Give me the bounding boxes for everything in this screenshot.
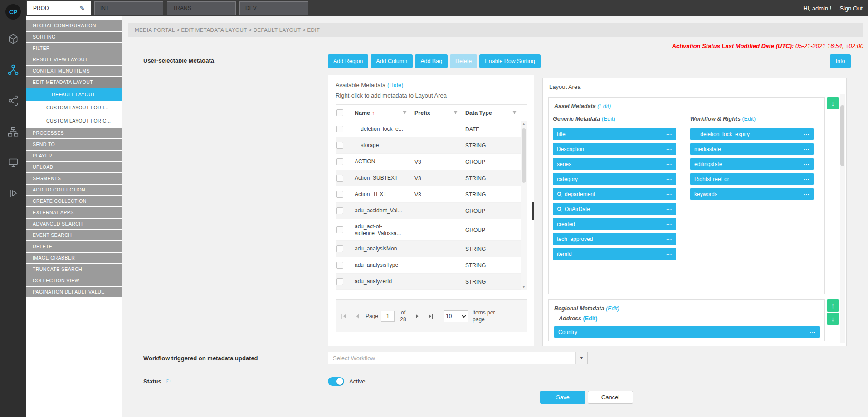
metadata-chip[interactable]: OnAirDate ...: [553, 203, 676, 215]
delete-button[interactable]: Delete: [450, 54, 477, 68]
sidebar-item-image-grabber[interactable]: IMAGE GRABBER: [26, 253, 122, 263]
chip-handle-icon[interactable]: ...: [666, 145, 672, 151]
metadata-chip[interactable]: tech_approved ...: [553, 233, 676, 245]
sidebar-item-external-apps[interactable]: EXTERNAL APPS: [26, 207, 122, 218]
chip-handle-icon[interactable]: ...: [666, 190, 672, 196]
rail-button-share[interactable]: [6, 95, 20, 107]
sidebar-item-segments[interactable]: SEGMENTS: [26, 173, 122, 184]
sidebar-item-result-view-layout[interactable]: RESULT VIEW LAYOUT: [26, 54, 122, 65]
table-row[interactable]: Action_TEXT V3 STRING: [336, 186, 521, 203]
row-checkbox[interactable]: [336, 158, 343, 165]
sidebar-item-player[interactable]: PLAYER: [26, 151, 122, 161]
chip-handle-icon[interactable]: ...: [810, 328, 816, 334]
sidebar-item-filter[interactable]: FILTER: [26, 43, 122, 54]
chip-handle-icon[interactable]: ...: [804, 160, 809, 166]
regional-metadata-edit-link[interactable]: (Edit): [606, 305, 619, 312]
metadata-chip[interactable]: mediastate ...: [690, 143, 814, 155]
metadata-chip[interactable]: created ...: [553, 218, 676, 230]
env-tab-trans[interactable]: TRANS: [167, 1, 236, 15]
table-row[interactable]: ACTION V3 GROUP: [336, 154, 521, 170]
filter-funnel-icon[interactable]: [402, 110, 407, 115]
metadata-chip[interactable]: itemId ...: [553, 248, 676, 260]
metadata-chip[interactable]: keywords ...: [690, 188, 814, 200]
move-region-up-button[interactable]: ↑: [827, 299, 839, 312]
sidebar-item-send-to[interactable]: SEND TO: [26, 139, 122, 150]
sidebar-item-truncate-search[interactable]: TRUNCATE SEARCH: [26, 264, 122, 275]
table-row[interactable]: adu_analysisMon... STRING: [336, 241, 521, 257]
row-checkbox[interactable]: [336, 207, 343, 214]
sidebar-item-sorting[interactable]: SORTING: [26, 32, 122, 42]
move-region-down-button[interactable]: ↓: [827, 313, 839, 325]
chip-handle-icon[interactable]: ...: [666, 220, 672, 226]
table-row[interactable]: __deletion_lock_e... DATE: [336, 121, 521, 137]
metadata-chip[interactable]: RightsFreeFor ...: [690, 173, 814, 185]
metadata-chip[interactable]: Country ...: [554, 326, 820, 338]
add-column-button[interactable]: Add Column: [371, 54, 413, 68]
scroll-down-icon[interactable]: ▼: [521, 285, 527, 290]
chip-handle-icon[interactable]: ...: [666, 205, 672, 211]
dropdown-arrow-button[interactable]: ▼: [575, 352, 587, 364]
table-row[interactable]: adu_accident_Val... GROUP: [336, 203, 521, 219]
metadata-chip[interactable]: Description ...: [553, 143, 676, 155]
panel-resize-handle[interactable]: [532, 202, 534, 220]
row-checkbox[interactable]: [336, 262, 343, 269]
hide-link[interactable]: (Hide): [387, 82, 403, 88]
pager-first-button[interactable]: [338, 311, 349, 322]
layout-area-scrollbar-thumb[interactable]: [840, 105, 844, 166]
chip-handle-icon[interactable]: ...: [804, 190, 809, 196]
pager-prev-button[interactable]: [352, 311, 363, 322]
sidebar-item-global-configuration[interactable]: GLOBAL CONFIGURATION: [26, 20, 122, 31]
table-row[interactable]: __storage STRING: [336, 137, 521, 154]
rail-button-assets[interactable]: [6, 33, 20, 45]
env-tab-dev[interactable]: DEV: [239, 1, 308, 15]
env-tab-prod[interactable]: PROD ✎: [27, 1, 91, 15]
chip-handle-icon[interactable]: ...: [666, 250, 672, 256]
sidebar-item-collection-view[interactable]: COLLECTION VIEW: [26, 275, 122, 286]
table-row[interactable]: adu_analysisType STRING: [336, 257, 521, 274]
page-size-select[interactable]: 10: [444, 310, 468, 322]
column-header-name[interactable]: Name ↑: [351, 110, 411, 116]
sidebar-item-default-layout[interactable]: DEFAULT LAYOUT: [26, 88, 122, 101]
chip-handle-icon[interactable]: ...: [666, 160, 672, 166]
row-checkbox[interactable]: [336, 126, 343, 132]
move-region-down-button[interactable]: ↓: [827, 97, 839, 109]
sidebar-item-upload[interactable]: UPLOAD: [26, 162, 122, 172]
row-checkbox[interactable]: [336, 142, 343, 149]
chip-handle-icon[interactable]: ...: [804, 145, 809, 151]
row-checkbox[interactable]: [336, 175, 343, 182]
sidebar-item-custom-layout-1[interactable]: CUSTOM LAYOUT FOR I...: [26, 102, 122, 114]
add-region-button[interactable]: Add Region: [328, 54, 368, 68]
metadata-chip[interactable]: __deletion_lock_expiry ...: [690, 128, 814, 140]
row-checkbox[interactable]: [336, 191, 343, 198]
sidebar-item-processes[interactable]: PROCESSES: [26, 128, 122, 138]
rail-button-sitemap[interactable]: [6, 126, 20, 137]
metadata-chip[interactable]: category ...: [553, 173, 676, 185]
chip-handle-icon[interactable]: ...: [666, 130, 672, 136]
metadata-chip[interactable]: series ...: [553, 158, 676, 170]
table-scrollbar[interactable]: ▲ ▼: [521, 121, 527, 290]
table-row[interactable]: adu_analyzerId STRING: [336, 274, 521, 290]
workflow-rights-edit-link[interactable]: (Edit): [742, 116, 756, 122]
sign-out-link[interactable]: Sign Out: [839, 5, 863, 12]
filter-funnel-icon[interactable]: [512, 110, 517, 115]
row-checkbox[interactable]: [336, 226, 343, 233]
rail-button-player[interactable]: [6, 187, 20, 199]
asset-metadata-edit-link[interactable]: (Edit): [597, 103, 611, 109]
metadata-chip[interactable]: departement ...: [553, 188, 676, 200]
rail-button-display[interactable]: [6, 157, 20, 168]
table-row[interactable]: Action_SUBTEXT V3 STRING: [336, 170, 521, 186]
app-logo[interactable]: CP: [5, 4, 21, 20]
rail-button-configuration[interactable]: [6, 64, 20, 76]
table-row[interactable]: adu_act-of-violence_Valossa... GROUP: [336, 219, 521, 241]
column-header-data-type[interactable]: Data Type: [462, 110, 521, 116]
table-scrollbar-thumb[interactable]: [522, 128, 526, 183]
info-button[interactable]: Info: [830, 54, 851, 68]
sidebar-item-pagination-default-value[interactable]: PAGINATION DEFAULT VALUE: [26, 287, 122, 297]
env-tab-int[interactable]: INT: [94, 1, 163, 15]
enable-row-sorting-button[interactable]: Enable Row Sorting: [479, 54, 540, 68]
workflow-select[interactable]: Select Workflow ▼: [328, 352, 588, 364]
sidebar-item-edit-metadata-layout[interactable]: EDIT METADATA LAYOUT: [26, 77, 122, 88]
metadata-chip[interactable]: title ...: [553, 128, 676, 140]
sidebar-item-context-menu-items[interactable]: CONTEXT MENU ITEMS: [26, 66, 122, 76]
generic-metadata-edit-link[interactable]: (Edit): [602, 116, 615, 122]
